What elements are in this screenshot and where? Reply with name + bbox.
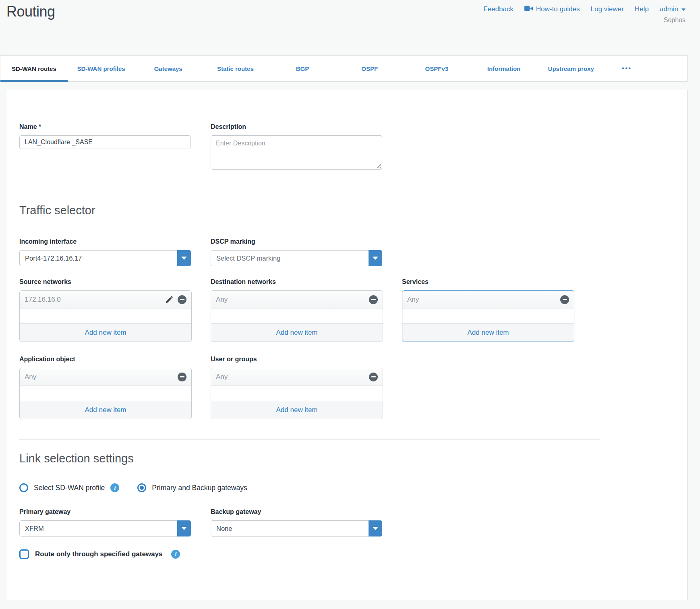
primary-gateway-group: Primary gateway XFRM <box>19 508 191 536</box>
incoming-interface-select[interactable]: Port4-172.16.16.17 <box>19 250 191 266</box>
application-object-listbox: Any Add new item <box>19 368 192 419</box>
list-item: Any <box>402 291 574 309</box>
info-icon[interactable]: i <box>171 550 180 559</box>
add-new-item-button[interactable]: Add new item <box>211 401 383 419</box>
backup-gateway-select[interactable]: None <box>211 520 382 536</box>
primary-gateway-label: Primary gateway <box>19 508 191 516</box>
tab-sdwan-routes[interactable]: SD-WAN routes <box>0 56 68 81</box>
dropdown-button[interactable] <box>177 520 191 536</box>
info-icon[interactable]: i <box>110 483 119 492</box>
link-selection-heading: Link selection settings <box>19 452 675 465</box>
routing-tabbar: SD-WAN routes SD-WAN profiles Gateways S… <box>0 55 688 82</box>
source-networks-group: Source networks 172.16.16.0 Add new item <box>19 278 191 342</box>
page-header: Routing Feedback How-to guides Log viewe… <box>0 0 700 55</box>
caret-down-icon <box>681 8 686 11</box>
tab-ospf[interactable]: OSPF <box>336 56 403 81</box>
user-or-groups-label: User or groups <box>211 356 382 363</box>
route-only-label: Route only through specified gateways <box>35 550 162 558</box>
caret-down-icon <box>373 257 378 260</box>
user-or-groups-listbox: Any Add new item <box>211 368 383 419</box>
source-networks-label: Source networks <box>19 278 191 286</box>
description-textarea[interactable] <box>211 135 382 170</box>
destination-networks-listbox: Any Add new item <box>211 290 383 342</box>
backup-gateway-group: Backup gateway None <box>211 508 382 536</box>
services-label: Services <box>402 278 574 286</box>
help-link[interactable]: Help <box>635 5 649 13</box>
video-camera-icon <box>524 5 533 13</box>
radio-button[interactable] <box>137 483 146 492</box>
tab-sdwan-profiles[interactable]: SD-WAN profiles <box>68 56 135 81</box>
add-new-item-button[interactable]: Add new item <box>20 401 191 419</box>
networks-services-row: Source networks 172.16.16.0 Add new item… <box>19 278 675 342</box>
radio-primary-backup-gateways: Primary and Backup gateways <box>137 483 247 492</box>
section-divider <box>19 439 600 440</box>
caret-down-icon <box>373 527 378 530</box>
user-or-groups-group: User or groups Any Add new item <box>211 356 382 419</box>
radio-button[interactable] <box>19 483 28 492</box>
minus-circle-icon[interactable] <box>369 373 378 381</box>
incoming-interface-label: Incoming interface <box>19 238 191 245</box>
application-object-label: Application object <box>19 356 191 363</box>
dropdown-button[interactable] <box>369 520 382 536</box>
tab-information[interactable]: Information <box>470 56 538 81</box>
description-label: Description <box>211 123 382 130</box>
incoming-interface-group: Incoming interface Port4-172.16.16.17 <box>19 238 191 266</box>
tab-static-routes[interactable]: Static routes <box>202 56 269 81</box>
tab-upstream-proxy[interactable]: Upstream proxy <box>537 56 605 81</box>
description-field-group: Description <box>211 123 382 171</box>
destination-networks-group: Destination networks Any Add new item <box>211 278 382 342</box>
name-description-row: Name * Description <box>19 123 675 171</box>
dscp-marking-select[interactable]: Select DSCP marking <box>211 250 382 266</box>
interface-dscp-row: Incoming interface Port4-172.16.16.17 DS… <box>19 238 675 266</box>
minus-circle-icon[interactable] <box>178 295 186 304</box>
name-input[interactable] <box>19 135 191 149</box>
dscp-marking-group: DSCP marking Select DSCP marking <box>211 238 382 266</box>
header-links: Feedback How-to guides Log viewer Help a… <box>483 5 686 13</box>
backup-gateway-label: Backup gateway <box>211 508 382 516</box>
name-field-group: Name * <box>19 123 191 149</box>
tabbar-spacer <box>649 56 687 81</box>
sdwan-route-form-panel: Name * Description Traffic selector Inco… <box>7 90 688 600</box>
list-item: 172.16.16.0 <box>20 291 191 309</box>
required-marker: * <box>39 123 41 130</box>
add-new-item-button[interactable]: Add new item <box>211 323 383 342</box>
source-networks-listbox: 172.16.16.0 Add new item <box>19 290 192 342</box>
link-selection-options: Select SD-WAN profile i Primary and Back… <box>19 483 675 492</box>
tabs-overflow-button[interactable]: ••• <box>605 56 649 81</box>
tab-ospfv3[interactable]: OSPFv3 <box>403 56 470 81</box>
services-group: Services Any Add new item <box>402 278 574 342</box>
log-viewer-link[interactable]: Log viewer <box>591 5 624 13</box>
add-new-item-button[interactable]: Add new item <box>402 323 574 342</box>
caret-down-icon <box>181 257 187 260</box>
dscp-marking-label: DSCP marking <box>211 238 382 245</box>
page-title: Routing <box>6 3 55 20</box>
dropdown-button[interactable] <box>177 250 191 266</box>
destination-networks-label: Destination networks <box>211 278 382 286</box>
primary-gateway-select[interactable]: XFRM <box>19 520 191 536</box>
services-listbox: Any Add new item <box>402 290 574 342</box>
caret-down-icon <box>181 527 187 530</box>
minus-circle-icon[interactable] <box>560 295 569 304</box>
route-only-checkbox[interactable] <box>19 549 29 559</box>
minus-circle-icon[interactable] <box>369 295 378 304</box>
list-item: Any <box>211 291 383 309</box>
feedback-link[interactable]: Feedback <box>483 5 514 13</box>
traffic-selector-heading: Traffic selector <box>19 204 675 217</box>
route-only-row: Route only through specified gateways i <box>19 549 675 559</box>
gateways-row: Primary gateway XFRM Backup gateway None <box>19 508 675 536</box>
radio-select-sdwan-profile: Select SD-WAN profile i <box>19 483 119 492</box>
how-to-guides-link[interactable]: How-to guides <box>524 5 580 13</box>
minus-circle-icon[interactable] <box>178 373 186 381</box>
list-item: Any <box>211 368 383 386</box>
add-new-item-button[interactable]: Add new item <box>20 323 191 342</box>
admin-menu[interactable]: admin <box>660 5 686 13</box>
brand-label: Sophos <box>664 17 686 24</box>
tab-bgp[interactable]: BGP <box>269 56 336 81</box>
application-users-row: Application object Any Add new item User… <box>19 356 675 419</box>
name-label: Name * <box>19 123 191 130</box>
tab-gateways[interactable]: Gateways <box>135 56 202 81</box>
application-object-group: Application object Any Add new item <box>19 356 191 419</box>
section-divider <box>19 193 600 193</box>
dropdown-button[interactable] <box>369 250 382 266</box>
pencil-icon[interactable] <box>165 295 174 304</box>
